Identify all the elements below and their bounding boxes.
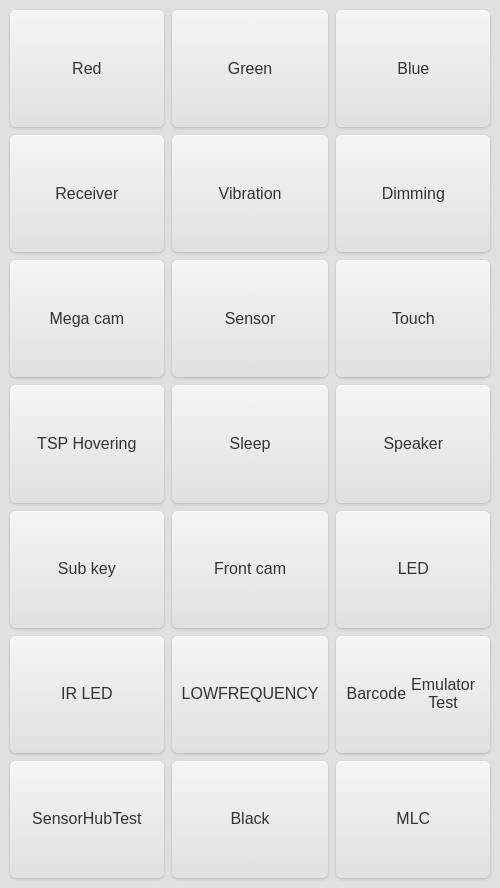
- button-led[interactable]: LED: [336, 511, 490, 628]
- button-tsp-hovering[interactable]: TSP Hovering: [10, 385, 164, 502]
- button-grid: RedGreenBlueReceiverVibrationDimmingMega…: [0, 0, 500, 888]
- button-blue[interactable]: Blue: [336, 10, 490, 127]
- button-low-frequency[interactable]: LOWFREQUENCY: [172, 636, 329, 753]
- button-touch[interactable]: Touch: [336, 260, 490, 377]
- button-dimming[interactable]: Dimming: [336, 135, 490, 252]
- button-barcode-emulator-test[interactable]: BarcodeEmulator Test: [336, 636, 490, 753]
- button-black[interactable]: Black: [172, 761, 329, 878]
- button-front-cam[interactable]: Front cam: [172, 511, 329, 628]
- button-sub-key[interactable]: Sub key: [10, 511, 164, 628]
- button-sensorhub-test[interactable]: SensorHubTest: [10, 761, 164, 878]
- button-ir-led[interactable]: IR LED: [10, 636, 164, 753]
- button-mlc[interactable]: MLC: [336, 761, 490, 878]
- button-receiver[interactable]: Receiver: [10, 135, 164, 252]
- button-vibration[interactable]: Vibration: [172, 135, 329, 252]
- button-speaker[interactable]: Speaker: [336, 385, 490, 502]
- button-sleep[interactable]: Sleep: [172, 385, 329, 502]
- button-sensor[interactable]: Sensor: [172, 260, 329, 377]
- button-mega-cam[interactable]: Mega cam: [10, 260, 164, 377]
- button-green[interactable]: Green: [172, 10, 329, 127]
- button-red[interactable]: Red: [10, 10, 164, 127]
